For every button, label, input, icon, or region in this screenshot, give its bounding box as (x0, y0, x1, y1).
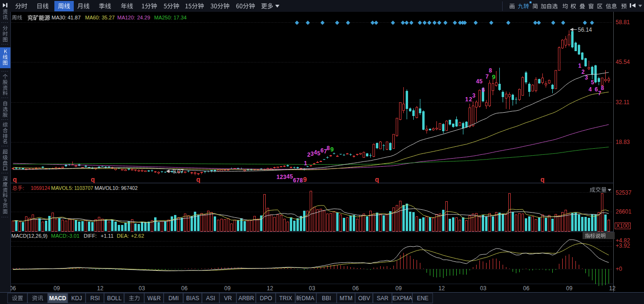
svg-text:+1.11: +1.11 (101, 233, 113, 239)
svg-text:q: q (540, 176, 545, 183)
svg-text:09: 09 (53, 285, 60, 292)
svg-text:MA60:: MA60: (85, 15, 100, 20)
svg-text:SAR: SAR (377, 295, 389, 302)
svg-text:6: 6 (321, 147, 324, 154)
svg-text:8.07: 8.07 (173, 168, 184, 175)
svg-text:TRIX: TRIX (279, 295, 292, 302)
svg-text:12: 12 (97, 285, 104, 292)
svg-text:35.27: 35.27 (102, 15, 115, 20)
svg-text:4: 4 (287, 173, 290, 180)
svg-text:26601: 26601 (616, 208, 632, 215)
svg-text:MA30:: MA30: (52, 15, 67, 20)
svg-text:8: 8 (327, 145, 330, 152)
svg-text:24.29: 24.29 (137, 15, 150, 20)
svg-text:BOLL: BOLL (107, 295, 122, 302)
svg-text:MA250:: MA250: (154, 15, 172, 20)
svg-text:03: 03 (480, 285, 487, 292)
svg-text:ENE: ENE (417, 295, 429, 302)
svg-text:MTM: MTM (339, 295, 352, 302)
svg-text:+0: +0 (616, 266, 622, 272)
svg-text:6: 6 (293, 177, 296, 184)
svg-text:DMA: DMA (302, 295, 314, 302)
svg-text:3: 3 (472, 92, 476, 99)
svg-text:9: 9 (492, 73, 495, 80)
svg-text:8: 8 (601, 85, 604, 91)
svg-text:BBI: BBI (322, 295, 331, 302)
svg-text:09: 09 (566, 285, 573, 292)
svg-text:06: 06 (181, 285, 188, 292)
svg-text:6: 6 (482, 87, 485, 93)
svg-text:OBV: OBV (358, 295, 370, 302)
svg-text:q: q (13, 176, 17, 183)
svg-text:5: 5 (317, 150, 321, 157)
svg-text:+3.92: +3.92 (616, 242, 630, 249)
svg-text:58.81: 58.81 (616, 19, 630, 26)
svg-text:ARBR: ARBR (238, 295, 254, 302)
svg-text:MA120:: MA120: (117, 15, 135, 20)
svg-text:4: 4 (589, 86, 592, 93)
svg-text:7: 7 (486, 73, 489, 80)
svg-text:3: 3 (585, 74, 588, 81)
svg-text:EXPMA: EXPMA (392, 295, 412, 302)
svg-text:4: 4 (314, 149, 317, 156)
svg-text:9: 9 (330, 146, 333, 153)
svg-text:q: q (196, 176, 200, 183)
svg-text:32.11: 32.11 (616, 99, 629, 106)
svg-text:5: 5 (591, 79, 594, 86)
svg-text:DPO: DPO (260, 295, 272, 302)
svg-text:45.54: 45.54 (616, 59, 630, 65)
svg-text:MACD:: MACD: (51, 233, 68, 239)
svg-text:2: 2 (469, 96, 472, 103)
svg-text:BIAS: BIAS (186, 295, 199, 302)
svg-text:MACD(12,26,9): MACD(12,26,9) (11, 233, 47, 239)
svg-text:X100: X100 (616, 223, 629, 229)
svg-text:W&R: W&R (148, 295, 161, 302)
svg-text:1059124: 1059124 (31, 185, 50, 191)
svg-text:ASI: ASI (206, 295, 215, 302)
svg-text:MAVOL5:: MAVOL5: (51, 185, 73, 191)
svg-text:12: 12 (609, 285, 616, 292)
svg-text:2: 2 (582, 69, 585, 75)
svg-text:17.34: 17.34 (174, 15, 187, 20)
svg-text:3: 3 (311, 151, 314, 157)
svg-text:8: 8 (300, 177, 303, 184)
svg-text:VR: VR (224, 295, 232, 302)
svg-text:-3.01: -3.01 (68, 233, 79, 239)
svg-text:MACD: MACD (49, 295, 66, 302)
svg-text:18.83: 18.83 (616, 139, 630, 145)
svg-text:1: 1 (578, 63, 582, 69)
svg-text:9: 9 (303, 176, 307, 183)
svg-text:1: 1 (277, 174, 280, 180)
svg-text:1: 1 (304, 160, 307, 167)
svg-text:DMI: DMI (168, 295, 179, 302)
svg-text:41.87: 41.87 (68, 15, 81, 20)
svg-text:5: 5 (479, 78, 483, 85)
svg-text:06: 06 (352, 285, 359, 292)
svg-text:09: 09 (224, 285, 231, 292)
svg-text:52537: 52537 (616, 189, 632, 196)
svg-text:2: 2 (307, 152, 311, 158)
svg-text:8: 8 (489, 67, 492, 74)
svg-text:q: q (91, 176, 95, 183)
svg-text:7: 7 (296, 177, 300, 184)
svg-text:12: 12 (438, 285, 445, 292)
svg-text:06: 06 (9, 285, 16, 292)
svg-text:12: 12 (267, 285, 273, 292)
svg-text:DIFF:: DIFF: (84, 233, 97, 239)
svg-text:1103707: 1103707 (74, 185, 93, 191)
svg-text:2: 2 (280, 174, 283, 180)
svg-text:3: 3 (283, 174, 287, 180)
svg-text:6: 6 (595, 86, 598, 93)
svg-text:RSI: RSI (90, 295, 100, 302)
svg-text:03: 03 (309, 285, 315, 292)
svg-text:DEA:: DEA: (117, 233, 129, 239)
svg-text:03: 03 (139, 285, 145, 292)
svg-text:56.14: 56.14 (578, 27, 592, 33)
svg-text:967402: 967402 (121, 185, 138, 191)
svg-text:06: 06 (523, 285, 530, 292)
svg-text:KDJ: KDJ (71, 295, 82, 302)
svg-text::: : (23, 185, 24, 191)
svg-text:+2.62: +2.62 (131, 233, 144, 239)
svg-text:09: 09 (395, 285, 402, 292)
svg-text:MAVOL10:: MAVOL10: (95, 185, 120, 191)
